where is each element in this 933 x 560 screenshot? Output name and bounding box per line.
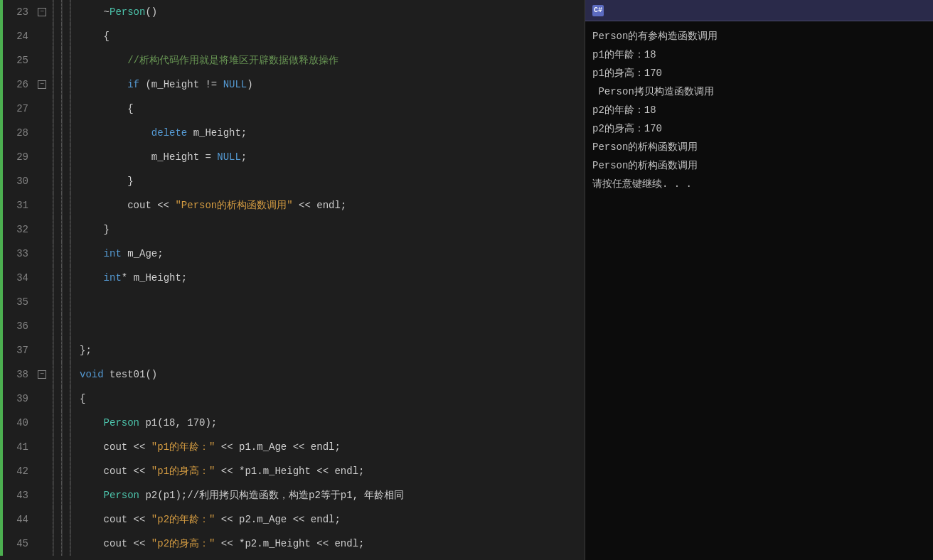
indent-guide [57,290,65,314]
indent-guide [48,290,57,314]
code-content[interactable]: Person p2(p1);//利用拷贝构造函数，构造p2等于p1, 年龄相同 [74,483,404,507]
fold-gutter[interactable] [37,242,48,266]
indent-guide [48,242,57,266]
code-content[interactable]: int m_Age; [74,242,164,266]
fold-gutter[interactable] [37,266,48,290]
code-content[interactable]: void test01() [74,362,157,387]
indent-guide [57,532,65,556]
line-number: 45 [3,532,37,556]
fold-gutter[interactable] [37,48,48,72]
fold-gutter[interactable] [37,411,48,435]
indent-guide [65,72,74,97]
code-content[interactable]: cout << "Person的析构函数调用" << endl; [74,193,346,217]
terminal-cs-icon: C# [592,5,604,16]
indent-guide [48,387,57,411]
line-number: 41 [3,435,37,459]
indent-guide [57,169,65,193]
code-line: 25 //析构代码作用就是将堆区开辟数据做释放操作 [0,48,585,72]
fold-gutter[interactable] [37,169,48,193]
line-number: 32 [3,217,37,242]
code-content[interactable]: cout << "p2的年龄：" << p2.m_Age << endl; [74,507,341,532]
indent-guide [48,72,57,97]
terminal-output-line: 请按任意键继续. . . [592,175,926,193]
fold-gutter[interactable] [37,483,48,507]
code-line: 28 delete m_Height; [0,121,585,145]
indent-guide [65,338,74,362]
code-line: 31 cout << "Person的析构函数调用" << endl; [0,193,585,217]
code-content[interactable]: cout << "p2的身高：" << *p2.m_Height << endl… [74,532,364,556]
indent-guide [48,97,57,121]
indent-guide [65,217,74,242]
line-number: 31 [3,193,37,217]
fold-gutter[interactable] [37,290,48,314]
fold-gutter[interactable] [37,532,48,556]
code-content[interactable]: ~Person() [74,0,157,24]
line-number: 35 [3,290,37,314]
code-editor[interactable]: 23− ~Person()24 {25 //析构代码作用就是将堆区开辟数据做释放… [0,0,585,560]
code-content[interactable] [74,290,80,314]
fold-gutter[interactable]: − [37,72,48,97]
code-content[interactable]: if (m_Height != NULL) [74,72,253,97]
fold-gutter[interactable]: − [37,362,48,387]
line-number: 42 [3,459,37,483]
code-content[interactable]: m_Height = NULL; [74,145,247,169]
indent-guide [48,314,57,338]
fold-gutter[interactable] [37,507,48,532]
indent-guide [65,97,74,121]
fold-gutter[interactable] [37,145,48,169]
code-content[interactable]: cout << "p1的年龄：" << p1.m_Age << endl; [74,435,341,459]
indent-guide [57,435,65,459]
code-content[interactable]: int* m_Height; [74,266,187,290]
code-line: 39{ [0,387,585,411]
indent-guide [65,266,74,290]
code-content[interactable]: { [74,97,134,121]
fold-gutter[interactable] [37,314,48,338]
indent-guide [48,507,57,532]
line-number: 43 [3,483,37,507]
terminal-output-line: p2的年龄：18 [592,101,926,119]
code-line: 35 [0,290,585,314]
indent-guide [48,24,57,48]
terminal-output-line: Person拷贝构造函数调用 [592,82,926,101]
fold-gutter[interactable] [37,435,48,459]
line-number: 33 [3,242,37,266]
code-line: 36 [0,314,585,338]
indent-guide [65,532,74,556]
code-line: 23− ~Person() [0,0,585,24]
code-content[interactable]: }; [74,338,97,362]
fold-gutter[interactable] [37,24,48,48]
code-content[interactable]: { [74,24,110,48]
fold-gutter[interactable] [37,387,48,411]
code-content[interactable]: cout << "p1的身高：" << *p1.m_Height << endl… [74,459,364,483]
code-line: 43 Person p2(p1);//利用拷贝构造函数，构造p2等于p1, 年龄… [0,483,585,507]
fold-gutter[interactable] [37,217,48,242]
indent-guide [48,266,57,290]
code-line: 34 int* m_Height; [0,266,585,290]
fold-gutter[interactable] [37,193,48,217]
fold-gutter[interactable] [37,97,48,121]
fold-gutter[interactable]: − [37,0,48,24]
fold-gutter[interactable] [37,121,48,145]
code-content[interactable]: } [74,169,134,193]
code-line: 45 cout << "p2的身高：" << *p2.m_Height << e… [0,532,585,556]
indent-guide [48,121,57,145]
fold-gutter[interactable] [37,459,48,483]
code-content[interactable]: Person p1(18, 170); [74,411,217,435]
code-line: 44 cout << "p2的年龄：" << p2.m_Age << endl; [0,507,585,532]
indent-guide [57,145,65,169]
code-line: 24 { [0,24,585,48]
indent-guide [48,145,57,169]
code-line: 38−void test01() [0,362,585,387]
indent-guide [57,459,65,483]
code-content[interactable] [74,314,80,338]
fold-gutter[interactable] [37,338,48,362]
code-content[interactable]: //析构代码作用就是将堆区开辟数据做释放操作 [74,48,338,72]
line-number: 44 [3,507,37,532]
line-number: 25 [3,48,37,72]
code-content[interactable]: delete m_Height; [74,121,247,145]
terminal-output-line: p1的身高：170 [592,64,926,82]
code-line: 40 Person p1(18, 170); [0,411,585,435]
code-content[interactable]: } [74,217,110,242]
indent-guide [65,193,74,217]
code-content[interactable]: { [74,387,85,411]
